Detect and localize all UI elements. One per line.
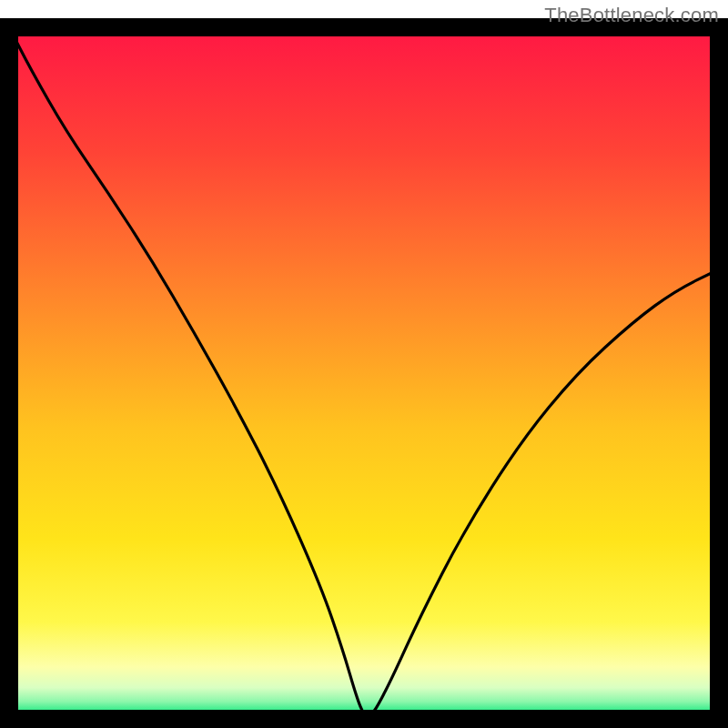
chart-background [9,27,719,719]
watermark-text: TheBottleneck.com [544,4,719,27]
chart-container: TheBottleneck.com [0,0,728,728]
bottleneck-chart [0,0,728,728]
